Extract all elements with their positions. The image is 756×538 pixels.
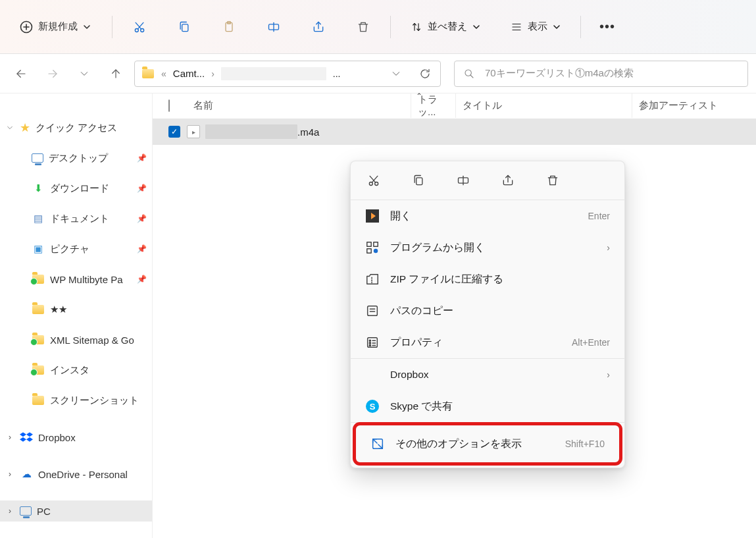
zip-icon [365,272,380,286]
recent-button[interactable] [71,61,97,87]
column-checkbox[interactable] [168,100,193,111]
menu-zip[interactable]: ZIP ファイルに圧縮する [351,263,624,295]
svg-marker-23 [20,437,26,442]
sidebar-item-desktop[interactable]: デスクトップ 📌 [0,148,152,169]
pin-icon: 📌 [137,244,147,254]
sidebar-item-stars[interactable]: ★★ [0,299,152,320]
svg-point-44 [369,344,370,346]
column-artist[interactable]: 参加アーティスト [632,94,756,118]
up-button[interactable] [103,61,129,87]
menu-more-options[interactable]: その他のオプションを表示 Shift+F10 [356,425,619,462]
svg-rect-34 [374,242,378,246]
list-icon [511,21,522,33]
sidebar-item-downloads[interactable]: ⬇ ダウンロード 📌 [0,178,152,199]
copy-button[interactable] [409,171,428,190]
view-label: 表示 [528,20,547,33]
rename-button[interactable] [453,171,473,190]
svg-marker-24 [26,437,33,442]
sidebar-item-documents[interactable]: ▤ ドキュメント 📌 [0,208,152,229]
column-name[interactable]: 名前 [193,99,411,112]
breadcrumb-redacted [221,67,326,80]
play-icon [366,209,379,223]
copy-path-icon [365,304,380,318]
pin-icon: 📌 [137,153,147,163]
add-circle-icon [20,20,33,34]
expand-icon [370,437,385,451]
folder-icon [141,67,155,80]
separator [112,16,113,38]
chevron-right-icon: › [607,369,610,380]
svg-rect-33 [367,242,371,246]
file-row[interactable]: ✓ .m4a [153,119,756,145]
cut-button[interactable] [364,171,384,190]
copy-button[interactable] [170,13,198,41]
share-button[interactable] [305,13,332,41]
filename-suffix: .m4a [297,126,319,138]
document-icon: ▤ [32,212,45,225]
delete-button[interactable] [543,171,563,190]
delete-button[interactable] [349,13,377,41]
column-title[interactable]: タイトル [455,94,632,118]
download-icon: ⬇ [32,182,45,195]
search-input[interactable]: 70キーワーズリスト①m4aの検索 [454,61,748,87]
menu-skype[interactable]: S Skype で共有 [351,390,624,422]
sidebar-item-pictures[interactable]: ▣ ピクチャ 📌 [0,238,152,259]
folder-icon [32,394,45,407]
chevron-down-icon [553,23,561,31]
pin-icon: 📌 [137,214,147,223]
separator [390,16,391,38]
svg-marker-21 [20,433,26,437]
context-menu: 開く Enter プログラムから開く › ZIP ファイルに圧縮する パスのコピ… [350,161,625,468]
breadcrumb[interactable]: Camt... [173,68,205,79]
pin-icon: 📌 [137,275,147,284]
cut-button[interactable] [126,13,153,41]
command-bar: 新規作成 並べ替え 表示 ••• [0,0,756,54]
address-bar[interactable]: « Camt... › ... [134,61,441,87]
sidebar-item-wp[interactable]: WP Multibyte Pa 📌 [0,269,152,290]
svg-line-50 [378,444,382,448]
svg-line-20 [470,75,473,78]
sidebar-item-screenshot[interactable]: スクリーンショット [0,390,152,411]
more-button[interactable]: ••• [594,18,620,36]
paste-button[interactable] [215,13,243,41]
sidebar-onedrive[interactable]: › ☁ OneDrive - Personal [0,464,152,485]
folder-icon [32,273,45,286]
skype-icon: S [366,400,379,413]
folder-icon [32,303,45,316]
properties-icon [365,335,380,350]
row-checkbox[interactable]: ✓ [168,126,180,138]
separator [580,16,581,38]
svg-rect-35 [367,249,371,253]
folder-icon [32,363,45,377]
new-button[interactable]: 新規作成 [12,16,99,38]
dropbox-icon [20,431,33,444]
menu-dropbox[interactable]: Dropbox › [351,359,624,390]
column-headers: ⌃ 名前 トラッ... タイトル 参加アーティスト [153,94,756,119]
back-button[interactable] [8,61,34,87]
address-dropdown[interactable] [385,64,407,84]
rename-button[interactable] [260,13,288,41]
audio-file-icon [187,125,200,138]
sidebar-item-insta[interactable]: インスタ [0,360,152,381]
menu-open[interactable]: 開く Enter [351,200,624,232]
filename-redacted [205,124,297,139]
forward-button[interactable] [39,61,66,87]
share-button[interactable] [498,171,518,190]
menu-open-with[interactable]: プログラムから開く › [351,232,624,263]
svg-point-42 [369,340,370,341]
chevron-right-icon: › [607,242,610,253]
sidebar-quick-access[interactable]: ★ クイック アクセス [0,117,152,138]
sidebar-dropbox[interactable]: › Dropbox [0,427,152,448]
desktop-icon [32,153,43,163]
svg-line-49 [373,439,377,443]
sidebar-item-xml[interactable]: XML Sitemap & Go [0,329,152,350]
menu-copy-path[interactable]: パスのコピー [351,295,624,327]
menu-properties[interactable]: プロパティ Alt+Enter [351,327,624,358]
sort-icon [411,21,422,33]
sort-button[interactable]: 並べ替え [404,16,487,37]
sidebar-pc[interactable]: › PC [0,500,152,522]
view-button[interactable]: 表示 [504,16,567,37]
onedrive-icon: ☁ [20,468,33,481]
new-button-label: 新規作成 [38,20,78,33]
refresh-button[interactable] [414,64,436,84]
